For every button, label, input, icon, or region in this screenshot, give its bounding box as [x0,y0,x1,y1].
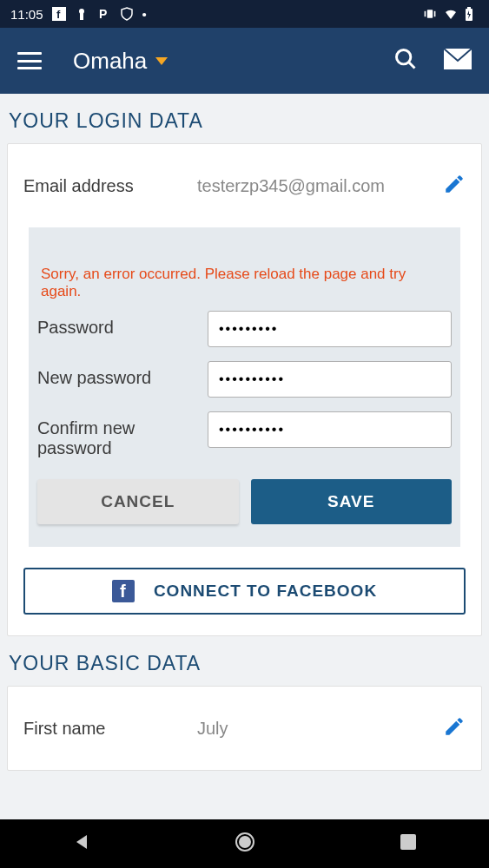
status-bar: 11:05 f P • [0,0,489,28]
battery-icon [465,7,479,21]
firstname-label: First name [23,719,197,739]
svg-rect-6 [425,11,426,16]
svg-rect-8 [467,7,471,9]
home-button[interactable] [234,831,256,857]
basic-card: First name July [7,686,482,771]
password-label: Password [37,311,208,338]
svg-rect-5 [427,10,433,18]
content: YOUR LOGIN DATA Email address testerzp34… [0,94,489,771]
vibrate-icon [423,7,437,21]
login-section-title: YOUR LOGIN DATA [0,94,489,143]
mail-button[interactable] [444,49,472,73]
save-button[interactable]: SAVE [251,479,453,524]
confirm-password-input[interactable] [208,411,452,448]
back-button[interactable] [71,832,92,856]
edit-firstname-button[interactable] [443,715,466,741]
facebook-status-icon: f [52,7,66,21]
wifi-icon [444,7,458,21]
confirm-password-label: Confirm new password [37,411,208,458]
facebook-label: CONNECT TO FACEBOOK [154,582,377,601]
cancel-button[interactable]: CANCEL [37,479,239,524]
new-password-input[interactable] [208,361,452,398]
svg-rect-15 [400,834,416,850]
firstname-value: July [197,719,443,739]
system-nav-bar [0,819,489,868]
svg-text:f: f [56,8,61,21]
svg-line-11 [409,62,415,69]
error-message: Sorry, an error occurred. Please reload … [37,266,452,300]
new-password-label: New password [37,361,208,388]
facebook-icon: f [112,580,135,602]
location-label: Omaha [73,48,147,75]
location-dropdown[interactable]: Omaha [73,48,168,75]
key-status-icon [75,7,89,21]
svg-text:P: P [99,7,107,21]
chevron-down-icon [155,57,168,65]
firstname-row: First name July [8,687,481,770]
svg-rect-7 [434,11,436,16]
login-card: Email address testerzp345@gmail.com Sorr… [7,143,482,636]
svg-point-14 [240,837,250,847]
email-label: Email address [23,176,197,196]
search-button[interactable] [393,47,418,75]
recent-button[interactable] [399,832,418,855]
basic-section-title: YOUR BASIC DATA [0,636,489,686]
svg-point-10 [397,50,411,64]
shield-status-icon [120,7,134,21]
status-time: 11:05 [10,7,43,22]
password-input[interactable] [208,311,452,347]
edit-email-button[interactable] [443,173,466,199]
email-value: testerzp345@gmail.com [197,176,443,196]
app-bar: Omaha [0,28,489,94]
email-row: Email address testerzp345@gmail.com [8,144,481,227]
svg-rect-3 [80,13,83,20]
p-status-icon: P [97,7,111,21]
dot-status-icon: • [142,7,147,22]
connect-facebook-button[interactable]: f CONNECT TO FACEBOOK [23,568,466,615]
password-panel: Sorry, an error occurred. Please reload … [29,227,460,547]
menu-button[interactable] [17,52,42,69]
